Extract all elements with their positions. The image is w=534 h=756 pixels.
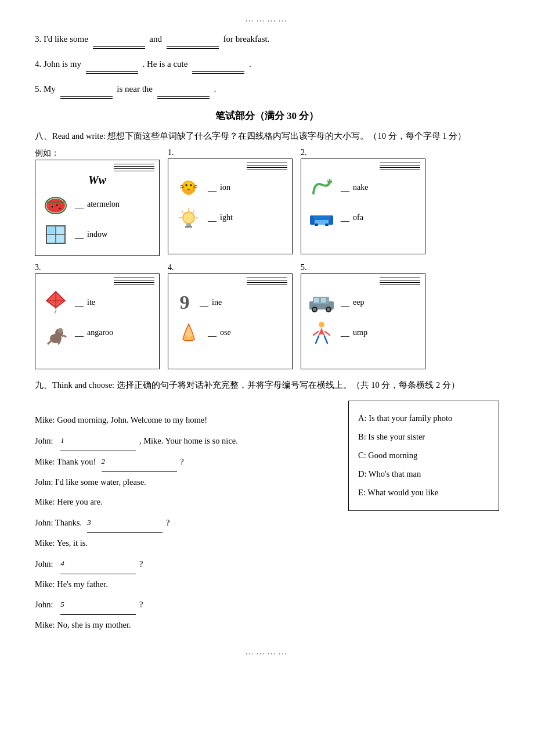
speaker-mike1: Mike: Good morning, John. Welcome to my … xyxy=(35,415,207,424)
svg-point-3 xyxy=(52,206,53,208)
s3-blank2[interactable] xyxy=(167,46,219,49)
light-text: ight xyxy=(220,213,233,222)
kangaroo-icon xyxy=(40,320,71,345)
answer-blank-2[interactable]: 2 xyxy=(102,451,177,472)
jeep-text: eep xyxy=(353,298,364,307)
answer-blank-4[interactable]: 4 xyxy=(60,553,136,574)
snake-blank: __ xyxy=(341,183,349,193)
bottom-dots: ………… xyxy=(35,647,499,657)
watermelon-blank: __ xyxy=(75,200,84,210)
choice-E: E: What would you like xyxy=(358,484,489,502)
nine-row: 9 __ine xyxy=(173,290,287,315)
watermelon-row: __atermelon xyxy=(40,192,154,217)
dialogue-line-6: John: Thanks. 3 ? xyxy=(35,512,337,533)
s3-and: and xyxy=(149,34,162,44)
nine-icon: 9 xyxy=(173,290,196,315)
dialogue-line-10: John: 5 ? xyxy=(35,594,337,615)
choice-A: A: Is that your family photo xyxy=(358,409,489,428)
s4-blank1[interactable] xyxy=(86,71,138,74)
s5-blank1[interactable] xyxy=(60,96,113,99)
svg-rect-35 xyxy=(325,224,329,226)
choice-C: C: Good morning xyxy=(358,447,489,465)
jump-blank: __ xyxy=(341,328,349,338)
light-row: __ight xyxy=(173,205,287,231)
speaker-mike5: Mike: He's my father. xyxy=(35,579,108,589)
john5-suffix: ? xyxy=(139,600,143,609)
window-row: __indow xyxy=(40,222,154,247)
svg-line-23 xyxy=(193,211,194,213)
john4-suffix: ? xyxy=(139,559,143,568)
svg-rect-9 xyxy=(48,227,55,233)
svg-rect-33 xyxy=(313,215,330,220)
speaker-mike6: Mike: No, she is my mother. xyxy=(35,620,131,629)
s5-blank2[interactable] xyxy=(157,96,210,99)
nose-text: ose xyxy=(220,328,231,337)
box4-label: 4. xyxy=(168,263,293,272)
kite-icon xyxy=(40,290,71,315)
svg-line-24 xyxy=(182,211,183,213)
speaker-john5: John: xyxy=(35,600,57,609)
nine-blank: __ xyxy=(200,298,208,308)
speaker-john1: John: xyxy=(35,436,57,445)
part9-content: Mike: Good morning, John. Welcome to my … xyxy=(35,401,499,635)
s5-prefix: 5. My xyxy=(35,84,56,93)
sentence-4: 4. John is my . He is a cute . xyxy=(35,55,499,74)
window-text: indow xyxy=(87,230,107,239)
speaker-mike3: Mike: Here you are. xyxy=(35,497,103,506)
s3-suffix: for breakfast. xyxy=(223,34,270,44)
dialogue-line-3: Mike: Thank you! 2 ? xyxy=(35,451,337,472)
dialogue-section: Mike: Good morning, John. Welcome to my … xyxy=(35,401,337,635)
svg-point-21 xyxy=(183,212,194,224)
jeep-row: __eep xyxy=(306,290,420,315)
svg-point-28 xyxy=(328,179,329,181)
svg-rect-34 xyxy=(315,224,318,226)
speaker-john2: John: I'd like some water, please. xyxy=(35,477,146,487)
s5-suffix: . xyxy=(214,84,216,93)
choice-D: D: Who's that man xyxy=(358,465,489,484)
speaker-mike4: Mike: Yes, it is. xyxy=(35,538,88,548)
svg-point-29 xyxy=(330,179,331,181)
answer-blank-3[interactable]: 3 xyxy=(87,512,163,533)
example-box: Ww __atermelon xyxy=(35,160,160,256)
sofa-text: ofa xyxy=(353,213,363,222)
speaker-mike2: Mike: Thank you! xyxy=(35,457,98,466)
nose-row: __ose xyxy=(173,320,287,345)
dialogue-line-7: Mike: Yes, it is. xyxy=(35,533,337,553)
jeep-blank: __ xyxy=(341,298,349,308)
s5-middle: is near the xyxy=(117,84,153,93)
section-title: 笔试部分（满分 30 分） xyxy=(35,109,499,123)
jump-text: ump xyxy=(353,328,367,337)
light-icon xyxy=(173,205,204,231)
svg-point-52 xyxy=(319,322,324,327)
box4: 9 __ine __ose xyxy=(168,273,293,369)
box5-label: 5. xyxy=(301,263,425,272)
sentence-3: 3. I'd like some and for breakfast. xyxy=(35,30,499,49)
speaker-john4: John: xyxy=(35,559,57,568)
lion-text: ion xyxy=(220,183,230,192)
lion-blank: __ xyxy=(208,183,217,193)
box2: __nake __ofa xyxy=(301,159,425,254)
dialogue-line-4: John: I'd like some water, please. xyxy=(35,472,337,492)
box1: __ion __ight xyxy=(168,159,293,254)
watermelon-icon xyxy=(40,192,71,217)
svg-point-49 xyxy=(313,308,316,311)
dialogue-line-5: Mike: Here you are. xyxy=(35,492,337,512)
window-blank: __ xyxy=(75,230,84,240)
answer-blank-5[interactable]: 5 xyxy=(60,594,136,615)
kangaroo-blank: __ xyxy=(75,328,84,338)
watermelon-text: atermelon xyxy=(87,200,120,209)
answer-blank-1[interactable]: 1 xyxy=(60,430,136,451)
s4-middle: . He is a cute xyxy=(143,59,188,69)
speaker-john3: John: Thanks. xyxy=(35,518,84,527)
svg-point-43 xyxy=(189,336,194,340)
nose-icon xyxy=(173,320,204,345)
jump-row: __ump xyxy=(306,320,420,345)
svg-point-14 xyxy=(190,184,192,186)
s4-blank2[interactable] xyxy=(192,71,244,74)
nose-blank: __ xyxy=(208,328,217,338)
part8-instruction: 八、Read and write: 想想下面这些单词缺了什么字母？在四线格内写出… xyxy=(35,128,499,143)
svg-point-12 xyxy=(185,189,192,195)
choice-B: B: Is she your sister xyxy=(358,428,489,447)
s3-blank1[interactable] xyxy=(93,46,145,49)
box3-label: 3. xyxy=(35,263,160,272)
